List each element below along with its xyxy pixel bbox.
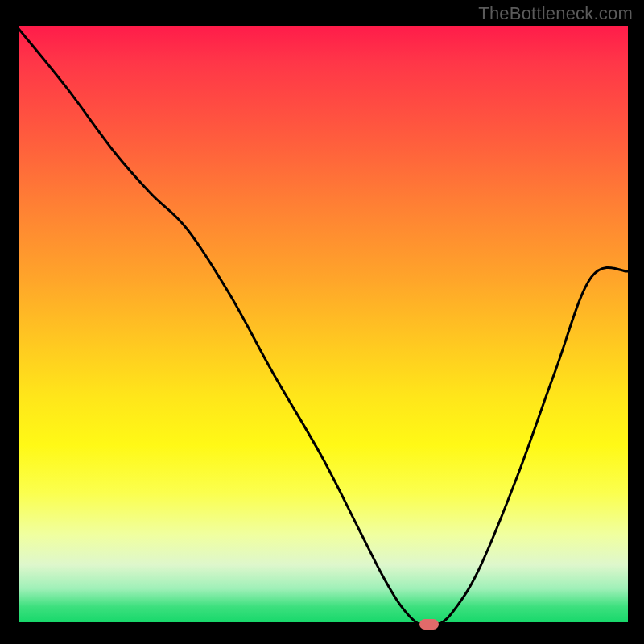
curve-layer (16, 26, 628, 625)
data-curve (16, 26, 628, 625)
pill-marker (419, 619, 439, 630)
watermark-text: TheBottleneck.com (478, 3, 633, 24)
chart-frame: TheBottleneck.com (0, 0, 644, 644)
